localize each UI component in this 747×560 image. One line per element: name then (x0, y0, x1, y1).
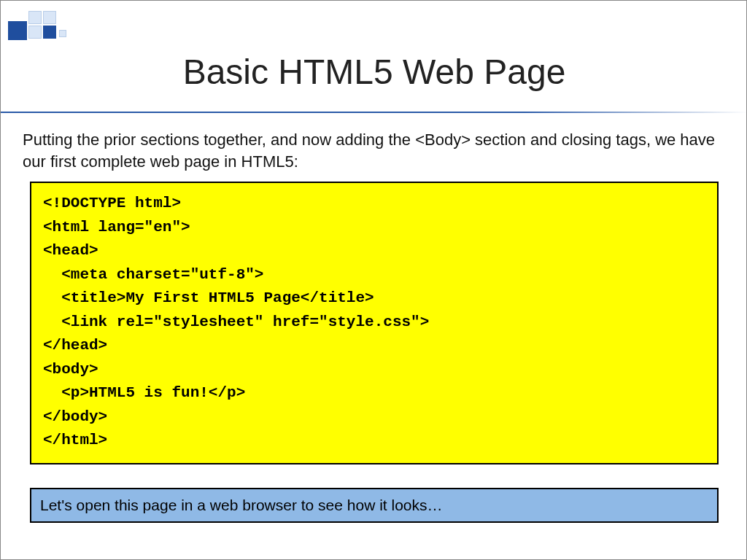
deco-square (59, 30, 66, 37)
slide-title: Basic HTML5 Web Page (1, 52, 747, 92)
callout-text: Let's open this page in a web browser to… (40, 497, 443, 513)
deco-square (8, 21, 27, 40)
code-example-box: <!DOCTYPE html> <html lang="en"> <head> … (30, 182, 719, 464)
callout-box: Let's open this page in a web browser to… (30, 488, 719, 523)
deco-square (43, 11, 56, 24)
intro-paragraph: Putting the prior sections together, and… (23, 129, 726, 172)
slide: Basic HTML5 Web Page Putting the prior s… (0, 0, 747, 560)
deco-square (28, 11, 42, 24)
corner-decoration (8, 8, 81, 52)
deco-square (43, 26, 56, 39)
title-container: Basic HTML5 Web Page (1, 52, 747, 92)
deco-square (28, 26, 42, 39)
title-underline (1, 112, 747, 113)
